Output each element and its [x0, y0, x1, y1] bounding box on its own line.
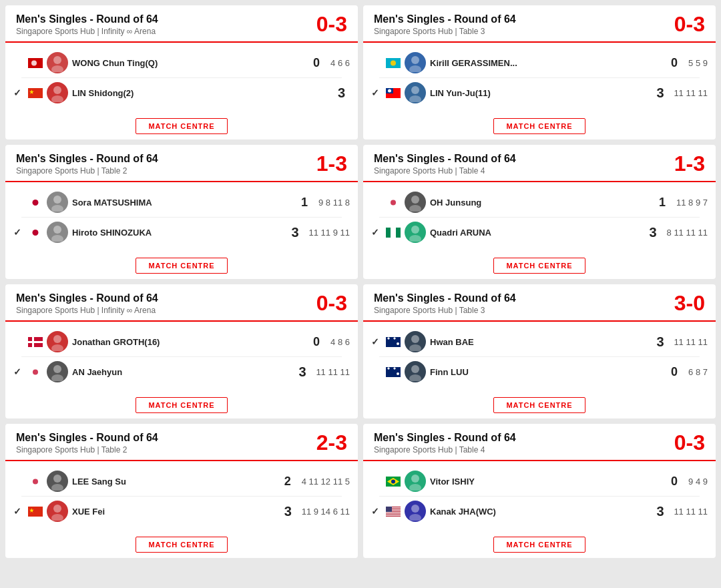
match-venue: Singapore Sports Hub | Table 2	[16, 166, 158, 176]
player-sets: 111 8 9 7	[659, 196, 708, 210]
individual-set-scores: 11 11 9 11	[309, 228, 350, 238]
individual-set-scores: 11 11 11	[316, 367, 350, 377]
match-score: 3-0	[674, 292, 705, 314]
player-name: Kirill GERASSIMEN...	[430, 58, 517, 68]
match-body: ✓Hwan BAE311 11 11Finn LUU06 8 7	[363, 322, 716, 392]
match-venue: Singapore Sports Hub | Table 3	[374, 27, 516, 36]
match-centre-button[interactable]: MATCH CENTRE	[493, 118, 585, 134]
sets-total: 3	[656, 504, 668, 519]
svg-point-48	[409, 344, 421, 351]
match-venue: Singapore Sports Hub | Table 3	[374, 306, 516, 315]
match-footer: MATCH CENTRE	[5, 531, 358, 558]
match-centre-button[interactable]: MATCH CENTRE	[493, 397, 585, 413]
match-centre-button[interactable]: MATCH CENTRE	[136, 258, 227, 274]
match-title: Men's Singles - Round of 64	[374, 432, 516, 444]
player-flag	[28, 228, 43, 238]
player-row: Vitor ISHIY09 4 9	[371, 467, 708, 496]
svg-point-7	[51, 95, 63, 102]
match-centre-button[interactable]: MATCH CENTRE	[136, 397, 227, 413]
player-row: Kirill GERASSIMEN...05 5 9	[371, 48, 708, 77]
match-body: Sora MATSUSHIMA19 8 11 8✓Hiroto SHINOZUK…	[5, 182, 358, 252]
match-footer: MATCH CENTRE	[5, 392, 358, 418]
svg-point-46	[397, 342, 399, 345]
player-flag	[386, 507, 401, 517]
individual-set-scores: 6 8 7	[688, 367, 708, 377]
match-title: Men's Singles - Round of 64	[16, 292, 158, 304]
svg-point-28	[409, 205, 421, 212]
match-body: Vitor ISHIY09 4 9✓Kanak JHA(WC)311 11 11	[363, 461, 716, 531]
player-name: LIN Shidong(2)	[72, 88, 159, 98]
player-name: Kanak JHA(WC)	[430, 507, 517, 517]
player-name: Jonathan GROTH(16)	[72, 337, 160, 347]
match-body: Jonathan GROTH(16)04 8 6✓AN Jaehyun311 1…	[5, 322, 358, 392]
match-centre-button[interactable]: MATCH CENTRE	[136, 537, 227, 553]
match-centre-button[interactable]: MATCH CENTRE	[136, 118, 227, 134]
svg-point-16	[409, 95, 421, 102]
player-name: Hwan BAE	[430, 337, 517, 347]
match-score: 0-3	[674, 13, 705, 35]
match-footer: MATCH CENTRE	[5, 252, 358, 279]
svg-rect-72	[386, 512, 401, 513]
player-row: ✓XUE Fei311 9 14 6 11	[13, 497, 350, 526]
player-name: Quadri ARUNA	[430, 228, 517, 238]
player-row: ✓LIN Shidong(2)3	[13, 78, 350, 107]
player-avatar	[47, 82, 68, 103]
svg-point-41	[53, 365, 61, 373]
individual-set-scores: 11 8 9 7	[676, 198, 708, 208]
svg-point-62	[51, 514, 63, 521]
match-score: 1-3	[674, 153, 705, 174]
player-avatar	[47, 222, 68, 243]
player-avatar	[47, 192, 68, 213]
player-avatar	[47, 501, 68, 522]
match-header-m8: Men's Singles - Round of 64Singapore Spo…	[363, 424, 716, 461]
svg-point-20	[51, 205, 63, 212]
match-centre-button[interactable]: MATCH CENTRE	[493, 537, 585, 553]
svg-point-19	[53, 196, 61, 204]
svg-rect-36	[28, 341, 43, 343]
individual-set-scores: 11 11 11	[674, 88, 708, 98]
player-name: Hiroto SHINOZUKA	[72, 228, 159, 238]
player-row: Finn LUU06 8 7	[371, 357, 708, 386]
player-sets: 3	[338, 85, 350, 101]
svg-rect-30	[391, 228, 396, 238]
svg-point-23	[53, 226, 61, 234]
match-body: OH Junsung111 8 9 7✓Quadri ARUNA38 11 11…	[363, 182, 716, 252]
match-footer: MATCH CENTRE	[363, 252, 716, 279]
match-card-m2: Men's Singles - Round of 64Singapore Spo…	[363, 5, 716, 139]
svg-point-76	[411, 505, 419, 513]
match-card-m7: Men's Singles - Round of 64Singapore Spo…	[5, 424, 358, 558]
player-sets: 19 8 11 8	[301, 196, 350, 210]
match-footer: MATCH CENTRE	[363, 113, 716, 139]
winner-checkmark: ✓	[13, 366, 24, 377]
winner-checkmark: ✓	[13, 87, 24, 98]
player-flag	[386, 228, 401, 238]
player-avatar	[47, 471, 68, 492]
player-sets: 311 11 9 11	[292, 225, 350, 240]
match-score: 0-3	[316, 292, 347, 314]
svg-point-65	[391, 479, 395, 483]
match-header-m1: Men's Singles - Round of 64Singapore Spo…	[5, 5, 358, 43]
match-venue: Singapore Sports Hub | Table 4	[374, 166, 516, 176]
match-centre-button[interactable]: MATCH CENTRE	[493, 258, 585, 274]
match-venue: Singapore Sports Hub | Table 4	[374, 445, 516, 455]
player-name: LIN Yun-Ju(11)	[430, 88, 517, 98]
player-name: Vitor ISHIY	[430, 477, 517, 487]
player-avatar	[405, 52, 426, 73]
individual-set-scores: 11 11 11	[674, 507, 708, 517]
match-title: Men's Singles - Round of 64	[374, 153, 516, 165]
winner-checkmark: ✓	[13, 506, 24, 517]
sets-total: 0	[671, 475, 683, 489]
individual-set-scores: 5 5 9	[688, 58, 708, 68]
player-flag	[28, 507, 43, 517]
player-flag	[28, 337, 43, 347]
match-card-m3: Men's Singles - Round of 64Singapore Spo…	[5, 145, 358, 279]
player-name: Finn LUU	[430, 367, 517, 377]
player-sets: 311 11 11	[656, 504, 708, 519]
winner-checkmark: ✓	[371, 336, 382, 347]
player-avatar	[47, 52, 68, 73]
match-score: 2-3	[316, 432, 347, 453]
player-row: ✓AN Jaehyun311 11 11	[13, 357, 350, 386]
player-row: ✓Quadri ARUNA38 11 11 11	[371, 218, 708, 247]
winner-checkmark: ✓	[13, 227, 24, 238]
player-sets: 05 5 9	[671, 56, 708, 70]
